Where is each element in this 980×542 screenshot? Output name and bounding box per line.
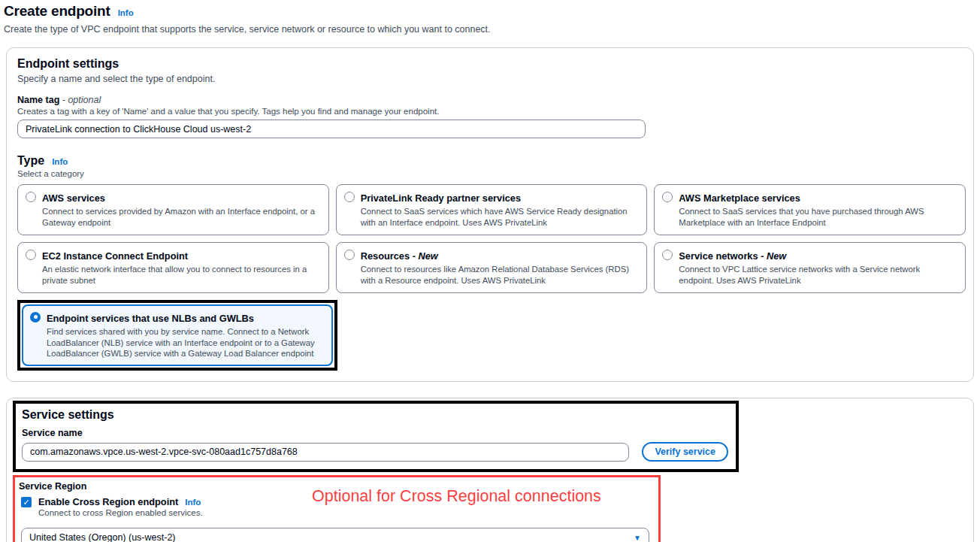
type-label: Type xyxy=(17,154,44,168)
radio-icon[interactable] xyxy=(662,250,673,260)
radio-selected-icon[interactable] xyxy=(30,312,41,322)
endpoint-settings-heading: Endpoint settings xyxy=(17,57,958,71)
page-description: Create the type of VPC endpoint that sup… xyxy=(4,24,974,35)
name-tag-optional: - optional xyxy=(59,95,101,105)
tile-ec2-instance-connect-endpoint[interactable]: EC2 Instance Connect Endpoint An elastic… xyxy=(17,242,329,293)
radio-icon[interactable] xyxy=(344,192,355,202)
page-title: Create endpoint xyxy=(4,3,110,20)
cross-region-checkbox-label: Enable Cross Region endpoint xyxy=(38,496,178,507)
service-settings-annotation-box: Service settings Service name Verify ser… xyxy=(13,401,739,472)
tile-description: An elastic network interface that allow … xyxy=(42,264,319,286)
new-badge: - New xyxy=(758,250,787,262)
region-select[interactable]: United States (Oregon) (us-west-2) ▼ xyxy=(21,528,649,542)
cross-region-description: Connect to cross Region enabled services… xyxy=(38,508,651,517)
page-info-link[interactable]: Info xyxy=(118,8,134,17)
tile-description: Connect to resources like Amazon Relatio… xyxy=(361,264,638,286)
region-select-value: United States (Oregon) (us-west-2) xyxy=(29,532,176,542)
page-header: Create endpoint Info Create the type of … xyxy=(3,3,974,35)
tile-aws-services[interactable]: AWS services Connect to services provide… xyxy=(17,184,329,235)
service-region-annotation-box: Service Region ✓ Enable Cross Region end… xyxy=(13,475,661,542)
radio-icon[interactable] xyxy=(344,250,355,260)
endpoint-settings-description: Specify a name and select the type of en… xyxy=(17,74,958,84)
tile-title: AWS services xyxy=(42,192,105,204)
tile-title: Service networks - New xyxy=(679,250,786,262)
service-name-input[interactable] xyxy=(22,443,629,462)
radio-icon[interactable] xyxy=(26,250,36,260)
cross-region-annotation-text: Optional for Cross Regional connections xyxy=(312,487,601,506)
chevron-down-icon: ▼ xyxy=(634,534,641,542)
tile-description: Find services shared with you by service… xyxy=(47,326,323,360)
tile-privatelink-ready-partner-services[interactable]: PrivateLink Ready partner services Conne… xyxy=(336,184,648,235)
tile-title: EC2 Instance Connect Endpoint xyxy=(42,250,188,262)
tile-title: PrivateLink Ready partner services xyxy=(361,192,521,204)
type-options-grid: AWS services Connect to services provide… xyxy=(17,184,966,293)
selected-option-annotation-box: Endpoint services that use NLBs and GWLB… xyxy=(17,300,337,371)
tile-title: Resources - New xyxy=(361,250,438,262)
name-tag-label: Name tag - optional xyxy=(17,95,958,105)
tile-description: Connect to VPC Lattice service networks … xyxy=(679,264,956,286)
verify-service-button[interactable]: Verify service xyxy=(642,442,728,462)
type-description: Select a category xyxy=(17,169,958,178)
cross-region-checkbox[interactable]: ✓ xyxy=(21,497,32,507)
tile-aws-marketplace-services[interactable]: AWS Marketplace services Connect to SaaS… xyxy=(654,184,966,235)
tile-description: Connect to SaaS services which have AWS … xyxy=(361,206,638,229)
tile-title: AWS Marketplace services xyxy=(679,192,800,204)
service-name-label: Service name xyxy=(22,428,728,438)
service-settings-heading: Service settings xyxy=(22,408,728,422)
name-tag-input[interactable] xyxy=(17,120,646,138)
tile-title: Endpoint services that use NLBs and GWLB… xyxy=(47,313,254,324)
radio-icon[interactable] xyxy=(26,192,36,202)
service-settings-card: Service settings Service name Verify ser… xyxy=(6,398,974,542)
radio-icon[interactable] xyxy=(662,192,673,202)
create-endpoint-page: Create endpoint Info Create the type of … xyxy=(0,0,980,542)
tile-description: Connect to SaaS services that you have p… xyxy=(679,206,956,229)
cross-region-info-link[interactable]: Info xyxy=(185,498,201,507)
tile-endpoint-services-nlb-gwlb[interactable]: Endpoint services that use NLBs and GWLB… xyxy=(22,304,333,367)
name-tag-description: Creates a tag with a key of 'Name' and a… xyxy=(17,107,958,116)
type-info-link[interactable]: Info xyxy=(52,157,68,166)
tile-description: Connect to services provided by Amazon w… xyxy=(42,206,319,229)
new-badge: - New xyxy=(410,250,438,262)
endpoint-settings-card: Endpoint settings Specify a name and sel… xyxy=(6,47,974,382)
tile-service-networks[interactable]: Service networks - New Connect to VPC La… xyxy=(654,242,966,293)
tile-resources[interactable]: Resources - New Connect to resources lik… xyxy=(336,242,648,293)
